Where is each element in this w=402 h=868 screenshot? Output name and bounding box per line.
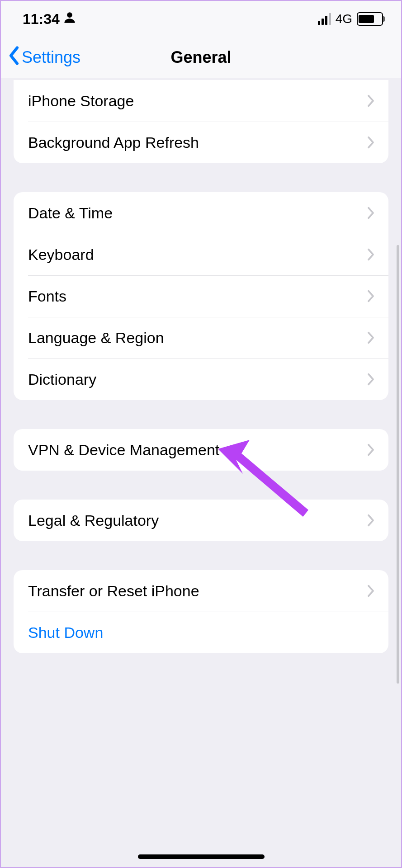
nav-bar: Settings General (1, 37, 401, 78)
row-iphone-storage[interactable]: iPhone Storage (14, 80, 388, 122)
status-bar: 11:34 4G (1, 1, 401, 37)
chevron-right-icon (367, 206, 375, 220)
settings-group-legal: Legal & Regulatory (14, 500, 388, 541)
row-label: Date & Time (28, 204, 367, 222)
home-indicator[interactable] (138, 854, 265, 859)
row-label: Keyboard (28, 246, 367, 264)
row-background-app-refresh[interactable]: Background App Refresh (14, 122, 388, 163)
chevron-right-icon (367, 373, 375, 386)
row-vpn-device-management[interactable]: VPN & Device Management (14, 429, 388, 471)
network-type: 4G (336, 12, 352, 26)
settings-group-vpn: VPN & Device Management (14, 429, 388, 471)
row-label: Transfer or Reset iPhone (28, 582, 367, 600)
row-label: Legal & Regulatory (28, 512, 367, 529)
chevron-right-icon (367, 289, 375, 303)
row-transfer-reset[interactable]: Transfer or Reset iPhone (14, 570, 388, 612)
settings-group-reset: Transfer or Reset iPhoneShut Down (14, 570, 388, 653)
screen-frame: 11:34 4G Settings General iPhone Storage… (0, 0, 402, 868)
row-label: VPN & Device Management (28, 441, 367, 459)
battery-level (359, 15, 374, 23)
back-label: Settings (22, 48, 80, 67)
chevron-right-icon (367, 584, 375, 598)
svg-point-0 (67, 12, 72, 18)
back-button[interactable]: Settings (7, 37, 80, 78)
signal-icon (318, 13, 331, 25)
status-left: 11:34 (23, 11, 76, 28)
chevron-right-icon (367, 248, 375, 261)
row-label: iPhone Storage (28, 92, 367, 110)
row-fonts[interactable]: Fonts (14, 275, 388, 317)
row-label: Background App Refresh (28, 134, 367, 151)
row-language-region[interactable]: Language & Region (14, 317, 388, 359)
row-label: Language & Region (28, 329, 367, 347)
page-title: General (170, 48, 231, 67)
chevron-right-icon (367, 94, 375, 108)
person-icon (63, 11, 76, 28)
row-shut-down[interactable]: Shut Down (14, 612, 388, 653)
chevron-right-icon (367, 443, 375, 457)
battery-icon (357, 12, 383, 26)
scroll-indicator[interactable] (397, 245, 399, 684)
status-right: 4G (318, 12, 383, 26)
settings-group-locale: Date & TimeKeyboardFontsLanguage & Regio… (14, 192, 388, 400)
row-label: Fonts (28, 288, 367, 305)
row-label: Shut Down (28, 624, 375, 642)
row-date-time[interactable]: Date & Time (14, 192, 388, 234)
settings-group-storage: iPhone StorageBackground App Refresh (14, 80, 388, 163)
content: iPhone StorageBackground App RefreshDate… (1, 80, 401, 653)
row-keyboard[interactable]: Keyboard (14, 234, 388, 275)
chevron-right-icon (367, 514, 375, 527)
chevron-right-icon (367, 136, 375, 149)
row-label: Dictionary (28, 371, 367, 388)
row-dictionary[interactable]: Dictionary (14, 359, 388, 400)
row-legal-regulatory[interactable]: Legal & Regulatory (14, 500, 388, 541)
chevron-left-icon (7, 46, 21, 69)
chevron-right-icon (367, 331, 375, 344)
status-time: 11:34 (23, 11, 60, 28)
